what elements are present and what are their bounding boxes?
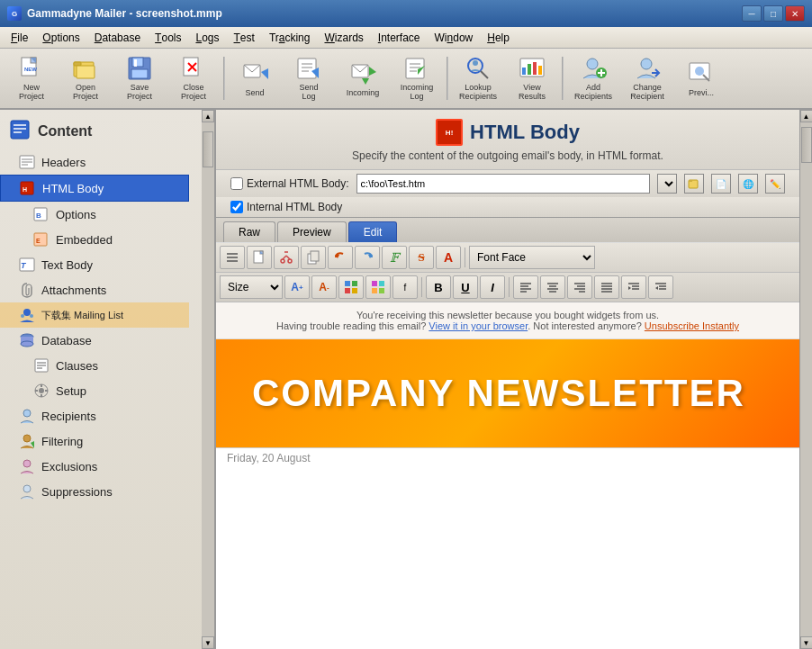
view-results-icon [518, 55, 546, 82]
menu-options[interactable]: Options [35, 27, 86, 48]
list-format-button[interactable] [220, 246, 245, 269]
text-color-button[interactable] [365, 275, 391, 299]
external-html-checkbox[interactable] [230, 177, 243, 190]
sidebar-item-options[interactable]: B Options [0, 202, 189, 227]
main-layout: Content Headers [0, 110, 812, 649]
sidebar-item-filtering[interactable]: Filtering [0, 428, 189, 454]
external-html-path-input[interactable] [356, 174, 650, 194]
change-recipient-button[interactable]: ChangeRecipient [621, 52, 673, 104]
align-center-button[interactable] [540, 275, 565, 299]
menu-tools[interactable]: Tools [148, 27, 188, 48]
internal-html-label[interactable]: Internal HTML Body [230, 201, 342, 213]
open-project-icon [71, 55, 100, 82]
tab-preview[interactable]: Preview [277, 221, 347, 242]
send-button[interactable]: Send [229, 52, 281, 104]
sidebar-item-setup[interactable]: Setup [0, 378, 189, 403]
sidebar-item-mailing-list[interactable]: 下载集 Mailing List [0, 302, 189, 328]
menu-tracking[interactable]: Tracking [262, 27, 318, 48]
redo-button[interactable] [355, 246, 380, 269]
scroll-down-button[interactable]: ▼ [202, 636, 214, 649]
sidebar-item-text-body[interactable]: T Text Body [0, 252, 189, 277]
undo-button[interactable] [328, 246, 353, 269]
sidebar-item-suppressions[interactable]: Suppressions [0, 479, 189, 504]
scroll-up-button[interactable]: ▲ [202, 110, 214, 122]
close-project-button[interactable]: CloseProject [167, 52, 220, 104]
sidebar-item-database[interactable]: Database [0, 328, 189, 353]
maximize-button[interactable]: □ [763, 5, 783, 22]
unsubscribe-link[interactable]: Unsubscribe Instantly [645, 320, 739, 331]
menu-help[interactable]: Help [480, 27, 517, 48]
send-log-button[interactable]: SendLog [283, 52, 335, 104]
browse-web-button[interactable]: 🌐 [738, 174, 758, 194]
sidebar-item-embedded[interactable]: E Embedded [0, 227, 189, 252]
menu-wizards[interactable]: Wizards [317, 27, 370, 48]
add-recipients-button[interactable]: AddRecipients [567, 52, 619, 104]
save-project-button[interactable]: SaveProject [113, 52, 166, 104]
view-results-button[interactable]: ViewResults [506, 52, 558, 104]
size-select[interactable]: Size 810121416 [220, 275, 283, 299]
external-html-label[interactable]: External HTML Body: [230, 177, 349, 190]
menu-test[interactable]: Test [227, 27, 262, 48]
content-scroll-thumb[interactable] [801, 127, 812, 163]
view-in-browser-link[interactable]: View it in your browser [429, 320, 528, 331]
content-scrollbar[interactable]: ▲ ▼ [799, 110, 812, 649]
italic-button[interactable]: I [480, 275, 505, 299]
sidebar-item-attachments[interactable]: Attachments [0, 277, 189, 302]
content-scroll-down[interactable]: ▼ [800, 636, 813, 649]
script-f-button[interactable]: 𝔽 [382, 246, 407, 269]
increase-font-button[interactable]: A+ [284, 275, 310, 299]
underline-button[interactable]: U [453, 275, 478, 299]
menu-window[interactable]: Window [428, 27, 481, 48]
tab-raw[interactable]: Raw [223, 221, 275, 242]
open-project-button[interactable]: OpenProject [59, 52, 112, 104]
svg-rect-35 [533, 62, 537, 75]
menu-file[interactable]: File [4, 27, 35, 48]
justify-button[interactable] [594, 275, 619, 299]
recipients-label: Recipients [41, 410, 96, 423]
sidebar-item-headers[interactable]: Headers [0, 149, 189, 175]
sidebar-item-exclusions[interactable]: Exclusions [0, 454, 189, 479]
menu-logs[interactable]: Logs [188, 27, 226, 48]
outdent-button[interactable] [648, 275, 673, 299]
menu-interface[interactable]: Interface [371, 27, 428, 48]
browse-folder-button[interactable] [684, 174, 704, 194]
lookup-recipients-button[interactable]: LookupRecipients [452, 52, 504, 104]
tab-edit[interactable]: Edit [348, 221, 398, 242]
font-color-button[interactable]: A [436, 246, 461, 269]
align-right-button[interactable] [567, 275, 592, 299]
decrease-font-button[interactable]: A- [311, 275, 337, 299]
font-face-select[interactable]: Font Face Arial Times New Roman Courier … [469, 246, 595, 269]
strikethrough-button[interactable]: S [409, 246, 434, 269]
menu-database[interactable]: Database [87, 27, 148, 48]
preview-button[interactable]: Previ... [675, 52, 727, 104]
edit-external-button[interactable]: ✏️ [765, 174, 785, 194]
incoming-log-button[interactable]: IncomingLog [391, 52, 443, 104]
bold-button[interactable]: B [426, 275, 451, 299]
sidebar-scrollbar[interactable]: ▲ ▼ [202, 110, 214, 649]
copy-button[interactable] [301, 246, 326, 269]
sidebar-item-html-body[interactable]: H HTML Body [0, 175, 189, 202]
sidebar-item-recipients[interactable]: Recipients [0, 403, 189, 428]
new-project-button[interactable]: NEW NewProject [5, 52, 58, 104]
toolbar-separator-2 [447, 57, 448, 100]
close-button[interactable]: ✕ [785, 5, 805, 22]
bg-color-button[interactable] [338, 275, 364, 299]
align-left-button[interactable] [513, 275, 538, 299]
new-doc-button[interactable] [247, 246, 272, 269]
sidebar-item-clauses[interactable]: Clauses [0, 353, 189, 378]
toolbar: NEW NewProject OpenProject SaveProject [0, 49, 812, 110]
internal-html-checkbox[interactable] [230, 201, 243, 213]
send-label: Send [245, 89, 264, 98]
cut-button[interactable] [274, 246, 299, 269]
scroll-thumb[interactable] [203, 131, 213, 167]
browse-file-button[interactable]: 📄 [711, 174, 731, 194]
content-scroll-track [800, 122, 813, 636]
path-dropdown[interactable] [657, 174, 677, 194]
svg-text:NEW: NEW [24, 67, 37, 72]
incoming-log-label: IncomingLog [401, 84, 434, 102]
minimize-button[interactable]: ─ [742, 5, 762, 22]
incoming-button[interactable]: Incoming [337, 52, 389, 104]
indent-button[interactable] [621, 275, 646, 299]
content-scroll-up[interactable]: ▲ [800, 110, 813, 122]
special-char-button[interactable]: f [392, 275, 418, 299]
